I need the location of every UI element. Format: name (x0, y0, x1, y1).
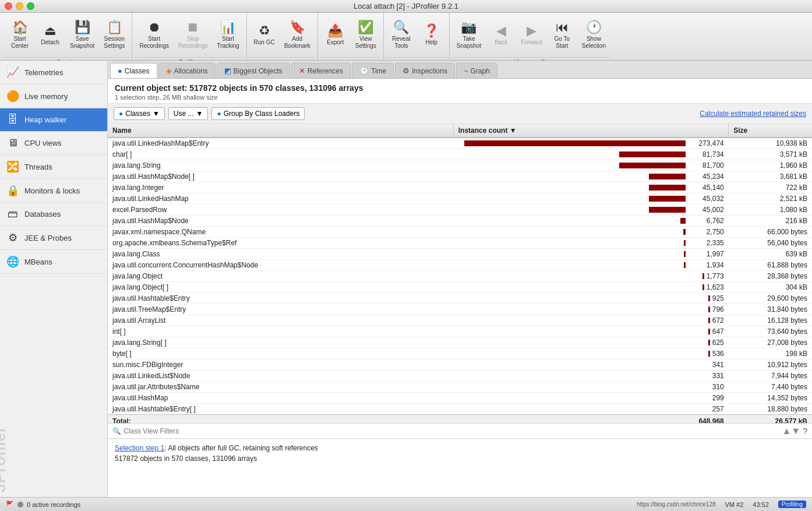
tab-inspections-label: Inspections (412, 67, 447, 75)
export-button[interactable]: 📤 Export (320, 14, 351, 56)
start-tracking-button[interactable]: 📊 StartTracking (213, 14, 244, 56)
table-row[interactable]: java.util.LinkedHashMap$Entry273,47410,9… (108, 138, 812, 149)
sidebar-item-databases[interactable]: 🗃 Databases (0, 203, 107, 226)
classes-dd-arrow: ▼ (153, 110, 160, 118)
table-row[interactable]: java.util.HashMap29914,352 bytes (108, 393, 812, 404)
table-row[interactable]: java.util.LinkedHashMap45,0322,521 kB (108, 193, 812, 205)
filter-question-icon[interactable]: ? (803, 427, 807, 436)
tab-references-label: References (308, 67, 343, 75)
col-header-instance-count[interactable]: Instance count ▼ (453, 124, 729, 138)
table-row[interactable]: char[ ]81,7343,571 kB (108, 149, 812, 160)
table-row[interactable]: java.util.ArrayList67216,128 bytes (108, 315, 812, 326)
filter-help-icon[interactable]: ▲▼ (782, 426, 801, 436)
sidebar-item-monitors-locks[interactable]: 🔒 Monitors & locks (0, 179, 107, 203)
add-bookmark-button[interactable]: 🔖 AddBookmark (280, 14, 315, 56)
table-row[interactable]: java.util.HashMap$Node[ ]45,2343,681 kB (108, 171, 812, 182)
row-size: 198 kB (729, 348, 812, 360)
tab-references-icon: ✕ (299, 66, 305, 75)
help-icon: ❓ (423, 24, 439, 37)
start-center-button[interactable]: 🏠 StartCenter (5, 14, 35, 56)
tab-time[interactable]: 🕐 Time (352, 63, 394, 78)
table-row[interactable]: java.util.HashMap$Node6,762216 kB (108, 216, 812, 227)
calculate-retained-sizes-link[interactable]: Calculate estimated retained sizes (700, 110, 806, 118)
vm-label: VM #2 (725, 501, 744, 508)
tab-biggest-objects[interactable]: ◩ Biggest Objects (217, 63, 290, 78)
table-row[interactable]: java.lang.String[ ]62527,008 bytes (108, 337, 812, 348)
help-button[interactable]: ❓ Help (416, 14, 447, 56)
run-gc-button[interactable]: ♻ Run GC (249, 14, 280, 56)
detach-button[interactable]: ⏏ Detach (35, 14, 65, 56)
group-by-classloaders-button[interactable]: ● Group By Class Loaders (211, 107, 305, 120)
tab-graph-label: Graph (471, 67, 490, 75)
show-selection-button[interactable]: 🕐 ShowSelection (577, 14, 610, 56)
table-row[interactable]: sun.misc.FDBigInteger34110,912 bytes (108, 360, 812, 371)
sidebar-item-cpu-views[interactable]: 🖥 CPU views (0, 132, 107, 155)
tab-references[interactable]: ✕ References (291, 63, 351, 78)
window-controls (5, 2, 34, 10)
sidebar-item-threads[interactable]: 🔀 Threads (0, 155, 107, 179)
sidebar-item-heap-walker[interactable]: 🗄 Heap walker (0, 108, 107, 132)
status-right: https://blog.csdn.net/chrice128 VM #2 43… (637, 501, 806, 508)
take-snapshot-button[interactable]: 📷 TakeSnapshot (452, 14, 486, 56)
start-recordings-button[interactable]: ⏺ StartRecordings (135, 14, 174, 56)
filter-bar: ● Classes ▼ Use ... ▼ ● Group By Class L… (108, 104, 812, 124)
col-header-size[interactable]: Size (729, 124, 812, 138)
table-row[interactable]: java.lang.Class1,997639 kB (108, 249, 812, 260)
tab-time-label: Time (371, 67, 386, 75)
sidebar-item-live-memory[interactable]: 🟠 Live memory (0, 84, 107, 108)
table-row[interactable]: java.util.LinkedList$Node3317,944 bytes (108, 371, 812, 382)
table-row[interactable]: java.util.TreeMap$Entry79631,840 bytes (108, 304, 812, 315)
row-count: 331 (453, 371, 729, 382)
recording-dot (17, 502, 23, 508)
go-to-start-button[interactable]: ⏮ Go ToStart (547, 14, 577, 56)
close-button[interactable] (5, 2, 12, 10)
minimize-button[interactable] (16, 2, 23, 10)
table-row[interactable]: org.apache.xmlbeans.SchemaType$Ref2,3355… (108, 238, 812, 249)
row-count: 1,934 (453, 260, 729, 271)
row-name: java.util.LinkedHashMap (108, 193, 453, 205)
summary-bar: Current object set: 517872 objects in 57… (108, 79, 812, 104)
row-name: java.util.LinkedHashMap$Entry (108, 138, 453, 149)
table-row[interactable]: int[ ]64773,640 bytes (108, 326, 812, 337)
maximize-button[interactable] (27, 2, 34, 10)
stop-recordings-button[interactable]: ⏹ StopRecordings (174, 14, 213, 56)
sidebar-item-jee-probes[interactable]: ⚙ JEE & Probes (0, 226, 107, 250)
table-row[interactable]: java.util.Hashtable$Entry[ ]25718,880 by… (108, 404, 812, 415)
table-row[interactable]: java.lang.Object1,77328,368 bytes (108, 271, 812, 282)
forward-button[interactable]: ▶ Forward (516, 14, 547, 56)
filter-input[interactable] (123, 427, 780, 435)
row-count: 672 (453, 315, 729, 326)
table-row[interactable]: java.util.concurrent.ConcurrentHashMap$N… (108, 260, 812, 271)
table-row[interactable]: byte[ ]536198 kB (108, 348, 812, 360)
table-row[interactable]: java.lang.String81,7001,960 kB (108, 160, 812, 171)
classes-dropdown[interactable]: ● Classes ▼ (114, 107, 165, 120)
jee-icon: ⚙ (6, 231, 20, 244)
session-settings-button[interactable]: 📋 SessionSettings (99, 14, 129, 56)
reveal-tools-button[interactable]: 🔍 RevealTools (386, 14, 416, 56)
tab-graph[interactable]: ~ Graph (456, 63, 497, 78)
go-start-icon: ⏮ (556, 21, 569, 34)
gc-icon: ♻ (259, 24, 270, 37)
table-row[interactable]: java.util.Hashtable$Entry92529,600 bytes (108, 293, 812, 304)
table-row[interactable]: java.lang.Integer45,140722 kB (108, 182, 812, 193)
class-table-wrapper[interactable]: Name Instance count ▼ Size java.util.Lin… (108, 124, 812, 424)
col-header-name[interactable]: Name (108, 124, 453, 138)
toolbar-group-view-specific: 📷 TakeSnapshot ◀ Back ▶ Forward ⏮ Go ToS… (450, 13, 613, 60)
sidebar-item-mbeans[interactable]: 🌐 MBeans (0, 250, 107, 274)
back-button[interactable]: ◀ Back (486, 14, 516, 56)
selection-description: : All objects after full GC, retaining s… (164, 444, 317, 452)
save-snapshot-button[interactable]: 💾 SaveSnapshot (65, 14, 99, 56)
row-name: java.util.concurrent.ConcurrentHashMap$N… (108, 260, 453, 271)
row-name: excel.ParsedRow (108, 205, 453, 216)
tab-inspections[interactable]: ⚙ Inspections (395, 63, 455, 78)
tab-classes[interactable]: ● Classes (110, 63, 157, 78)
table-row[interactable]: java.util.jar.Attributes$Name3107,440 by… (108, 382, 812, 393)
sidebar-item-telemetries[interactable]: 📈 Telemetries (0, 61, 107, 84)
view-settings-button[interactable]: ✅ ViewSettings (351, 14, 381, 56)
table-row[interactable]: java.lang.Object[ ]1,623304 kB (108, 282, 812, 293)
use-dropdown[interactable]: Use ... ▼ (168, 107, 209, 120)
table-row[interactable]: excel.ParsedRow45,0021,080 kB (108, 205, 812, 216)
selection-step-link[interactable]: Selection step 1 (115, 444, 164, 452)
table-row[interactable]: javax.xml.namespace.QName2,75066,000 byt… (108, 227, 812, 238)
tab-allocations[interactable]: ◈ Allocations (158, 63, 216, 78)
